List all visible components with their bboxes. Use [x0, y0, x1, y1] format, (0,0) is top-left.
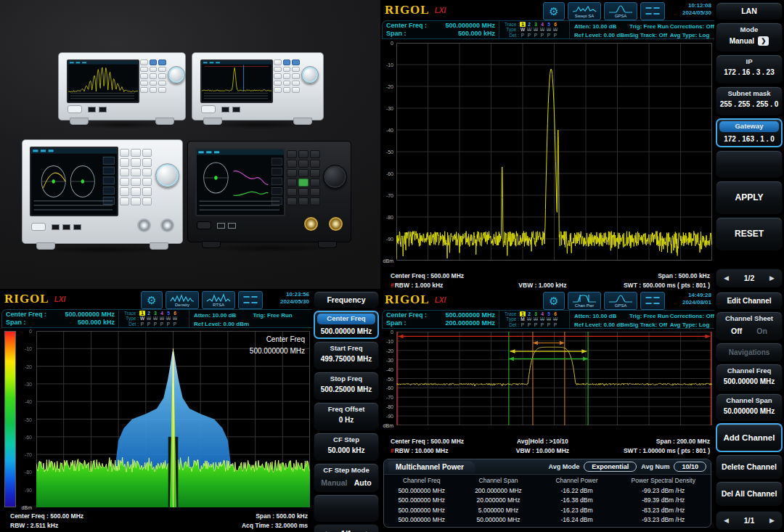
mode-button-label: RTSA: [213, 303, 224, 307]
softkey-gateway[interactable]: Gateway172 . 163 . 1 . 0: [716, 118, 783, 147]
layout-square: [645, 7, 652, 9]
mode-button-density[interactable]: Density: [166, 291, 199, 309]
annotation-label: Center Freq: [250, 334, 305, 345]
trace-number: 1: [139, 311, 145, 316]
softkey-stop-freq[interactable]: Stop Freq500.25000 MHz: [314, 372, 379, 400]
device-key: [298, 160, 309, 168]
trace-row: Trace :123456: [502, 22, 567, 27]
pager-prev-icon[interactable]: ◀: [724, 517, 729, 524]
softkey-reset[interactable]: RESET: [716, 217, 783, 250]
status-text: Center Freq : 500.00 MHz: [10, 512, 83, 520]
softkey-cf-step[interactable]: CF Step50.000 kHz: [314, 433, 379, 461]
readout-row: Center Freq :500.000000 MHz: [386, 22, 495, 30]
device-key: [142, 149, 152, 157]
status-text: Center Freq : 500.00 MHz: [391, 272, 464, 279]
layout-square: [653, 7, 660, 9]
mode-button-chan-pwr[interactable]: Chan Pwr: [568, 292, 601, 310]
freq-span-readout: Center Freq :500.000000 MHzSpan :500.000…: [383, 21, 499, 38]
clock-readout: 14:49:282024/08/01: [668, 292, 713, 307]
y-tick-label: -10: [386, 339, 393, 344]
softkey-add-channel[interactable]: Add Channel: [716, 423, 783, 452]
settings-column: Trig: Free Run: [253, 311, 313, 327]
menu-title-lan[interactable]: LAN: [716, 2, 783, 20]
table-cell: -99.23 dBm /Hz: [616, 487, 711, 494]
softkey-value: 0 Hz: [314, 416, 378, 424]
mode-button-rtsa[interactable]: RTSA: [202, 291, 235, 309]
softkey-cf-step-mode[interactable]: CF Step ModeManualAuto: [314, 463, 379, 492]
softkey-delete-channel[interactable]: Delete Channel: [716, 454, 783, 479]
toggle-option-manual[interactable]: Manual: [321, 478, 347, 487]
logo-row: RIGOLLXI⚙DensityRTSA10:23:562024/05/30: [0, 289, 312, 309]
window-layout-icon[interactable]: [640, 2, 665, 20]
detector-type: P: [159, 322, 165, 327]
readout-row: Span :200.000000 MHz: [386, 319, 495, 327]
status-bar: Center Freq : 500.00 MHzAvg|Hold : >10/1…: [380, 435, 714, 458]
pager-next-icon[interactable]: ▶: [769, 517, 775, 524]
table-cell: -16.24 dBm: [538, 516, 616, 523]
trace-type: W: [139, 316, 145, 321]
y-tick-label: -40: [386, 367, 393, 372]
mini-screen-graphic: [197, 150, 284, 215]
trace-number: 4: [539, 22, 545, 27]
toggle-option-on[interactable]: On: [756, 327, 767, 335]
menu-pager[interactable]: ◀1/2▶: [716, 269, 783, 287]
setting-text: Atten: 10.00 dB: [194, 311, 253, 320]
softkey-channel-sheet[interactable]: Channel SheetOffOn: [716, 311, 783, 340]
softkey-mode[interactable]: ModeManual❯: [716, 22, 783, 52]
layout-square: [653, 297, 660, 298]
device-key: [131, 149, 140, 157]
softkey-del-all-channel[interactable]: Del All Channel: [716, 481, 783, 506]
mode-button-gpsa[interactable]: GPSA: [604, 292, 637, 310]
settings-gear-icon[interactable]: ⚙: [543, 292, 565, 310]
menu-pager[interactable]: ◀1/1▶: [716, 511, 783, 530]
device-key: [287, 179, 297, 187]
avg-mode-button[interactable]: Exponential: [584, 462, 637, 472]
y-tick-label: -50: [25, 417, 32, 422]
softkey-center-freq[interactable]: Center Freq500.00000 MHz: [314, 311, 379, 339]
softkey-start-freq[interactable]: Start Freq499.75000 MHz: [314, 341, 379, 369]
mini-screen-graphic: [68, 61, 138, 102]
softkey-channel-freq[interactable]: Channel Freq500.00000 MHz: [716, 364, 783, 391]
trace-number: 4: [539, 311, 545, 316]
softkey-navigations[interactable]: Navigations: [716, 343, 783, 361]
softkey-apply[interactable]: APPLY: [716, 181, 783, 214]
device-key: [120, 187, 129, 195]
pager-prev-icon[interactable]: ◀: [724, 274, 729, 282]
menu-title-frequency[interactable]: Frequency: [314, 291, 379, 308]
toggle-option-off[interactable]: Off: [731, 327, 742, 335]
pager-next-icon[interactable]: ▶: [769, 274, 775, 282]
device-foot: [203, 118, 222, 125]
softkey-edit-channel[interactable]: Edit Channel: [716, 292, 783, 309]
trace-type: W: [520, 27, 526, 32]
mode-button-swept-sa[interactable]: Swept SA: [568, 2, 601, 20]
status-text: Span : 200.00 MHz: [656, 438, 710, 445]
date-text: 2024/05/30: [266, 298, 309, 306]
settings-gear-icon[interactable]: ⚙: [543, 2, 565, 20]
table-cell: -16.23 dBm: [538, 507, 616, 514]
window-layout-icon[interactable]: [640, 292, 665, 310]
device-key: [310, 160, 320, 168]
layout-square: [251, 302, 258, 303]
device-screen: [30, 147, 118, 216]
status-text: SWT : 1.00000 ms ( pts : 801 ): [624, 447, 710, 454]
toggle-option-auto[interactable]: Auto: [354, 478, 372, 487]
softkey-subnet-mask[interactable]: Subnet mask255 . 255 . 255 . 0: [716, 86, 783, 115]
settings-column: Atten: 10.00 dBRef Level: 0.00 dBm: [574, 312, 629, 328]
menu-pager[interactable]: ◀1/1▶: [314, 524, 379, 532]
settings-gear-icon[interactable]: ⚙: [141, 291, 163, 309]
freq-span-readout: Center Freq :500.000000 MHzSpan :500.000…: [2, 310, 119, 327]
device-key: [142, 158, 152, 166]
avg-num-button[interactable]: 10/10: [674, 462, 706, 472]
window-layout-icon[interactable]: [238, 291, 263, 309]
info-bar: Center Freq :500.000000 MHzSpan :500.000…: [382, 20, 714, 39]
clock-readout: 10:23:562024/05/30: [266, 291, 311, 306]
y-tick-label: -20: [386, 348, 393, 353]
softkey-freq-offset[interactable]: Freq Offset0 Hz: [314, 402, 379, 430]
mode-button-gpsa[interactable]: GPSA: [604, 2, 637, 20]
y-axis-ticks: 0-10-20-30-40-50-60-70-80-90dBm: [380, 43, 395, 261]
device-keypad: [120, 149, 152, 205]
softkey-ip[interactable]: IP172 . 16 . 3 . 23: [716, 54, 783, 83]
softkey-channel-span[interactable]: Channel Span50.000000 MHz: [716, 393, 783, 421]
softkey-value: Manual❯: [716, 36, 782, 46]
readout-value: 500.000 kHz: [458, 30, 495, 38]
